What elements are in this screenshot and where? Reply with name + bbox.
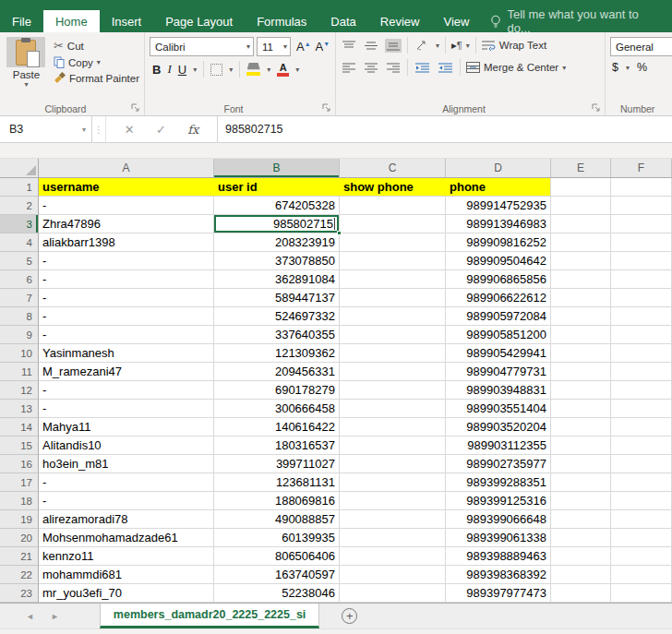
cell-F4[interactable]	[611, 233, 672, 252]
insert-function-button[interactable]: fx	[187, 123, 198, 137]
cell-D13[interactable]: 989903551404	[446, 400, 551, 418]
prev-sheet-button[interactable]: ◄	[26, 612, 34, 621]
font-size-combo[interactable]: 11 ▾	[257, 37, 291, 56]
cell-F23[interactable]	[611, 584, 672, 603]
cell-E13[interactable]	[551, 400, 611, 418]
column-header-A[interactable]: A	[39, 159, 214, 178]
cell-C10[interactable]	[340, 344, 446, 363]
accounting-dropdown-icon[interactable]: ▾	[626, 64, 630, 72]
column-header-E[interactable]: E	[551, 159, 611, 178]
font-color-dropdown-icon[interactable]: ▾	[295, 66, 299, 74]
orientation-dropdown-icon[interactable]: ▾	[436, 42, 439, 50]
cell-C22[interactable]	[340, 566, 446, 584]
row-header-14[interactable]: 14	[0, 418, 39, 437]
tell-me-box[interactable]: Tell me what you want to do...	[481, 10, 672, 32]
cell-B16[interactable]: 399711027	[214, 455, 340, 473]
cell-B10[interactable]: 121309362	[214, 344, 340, 363]
cell-E10[interactable]	[551, 344, 611, 363]
row-header-7[interactable]: 7	[0, 289, 39, 307]
column-header-B[interactable]: B	[214, 159, 340, 178]
cell-E2[interactable]	[551, 197, 611, 215]
cell-D18[interactable]: 989399125316	[446, 492, 551, 510]
cell-B7[interactable]: 589447137	[214, 289, 340, 307]
cell-F6[interactable]	[611, 270, 672, 289]
cell-A7[interactable]: -	[39, 289, 214, 307]
cell-B14[interactable]: 140616422	[214, 418, 340, 437]
paste-button[interactable]: Paste ▾	[5, 37, 48, 101]
cell-C9[interactable]	[340, 326, 446, 344]
cell-D20[interactable]: 989399061338	[446, 529, 551, 547]
cell-E8[interactable]	[551, 307, 611, 326]
formula-input[interactable]: 985802715	[218, 116, 672, 142]
row-header-15[interactable]: 15	[0, 437, 39, 455]
font-name-combo[interactable]: Calibri ▾	[150, 37, 254, 56]
cell-B9[interactable]: 337640355	[214, 326, 340, 344]
row-header-8[interactable]: 8	[0, 307, 39, 326]
cell-A2[interactable]: -	[39, 197, 214, 215]
row-header-2[interactable]: 2	[0, 197, 39, 215]
increase-indent-button[interactable]	[437, 61, 454, 75]
cell-A5[interactable]: -	[39, 252, 214, 270]
cell-C19[interactable]	[340, 510, 446, 529]
cell-E18[interactable]	[551, 492, 611, 510]
cell-C18[interactable]	[340, 492, 446, 510]
copy-dropdown-icon[interactable]: ▾	[97, 58, 101, 66]
cell-F21[interactable]	[611, 547, 672, 566]
cell-E3[interactable]	[551, 215, 611, 233]
italic-button[interactable]: I	[167, 62, 171, 77]
cell-F7[interactable]	[611, 289, 672, 307]
cell-B8[interactable]: 524697332	[214, 307, 340, 326]
cell-B17[interactable]: 123681131	[214, 473, 340, 492]
cell-A15[interactable]: Alitandis10	[39, 437, 214, 455]
cell-F13[interactable]	[611, 400, 672, 418]
cell-A8[interactable]: -	[39, 307, 214, 326]
row-header-10[interactable]: 10	[0, 344, 39, 363]
align-left-button[interactable]	[341, 61, 357, 75]
number-format-combo[interactable]: General	[610, 37, 672, 56]
cell-B19[interactable]: 490088857	[214, 510, 340, 529]
align-center-button[interactable]	[363, 61, 379, 75]
column-header-D[interactable]: D	[446, 159, 551, 178]
row-header-21[interactable]: 21	[0, 547, 39, 566]
underline-button[interactable]: U	[178, 63, 186, 77]
cell-D21[interactable]: 989398889463	[446, 547, 551, 566]
cell-E14[interactable]	[551, 418, 611, 437]
cell-A18[interactable]: -	[39, 492, 214, 510]
cell-B15[interactable]: 180316537	[214, 437, 340, 455]
borders-button[interactable]	[210, 64, 222, 76]
tab-review[interactable]: Review	[368, 10, 432, 32]
new-sheet-button[interactable]: +	[342, 604, 357, 628]
cell-B11[interactable]: 209456331	[214, 363, 340, 381]
row-header-18[interactable]: 18	[0, 492, 39, 510]
cell-D19[interactable]: 989399066648	[446, 510, 551, 529]
clipboard-dialog-launcher[interactable]	[131, 103, 140, 113]
row-header-20[interactable]: 20	[0, 529, 39, 547]
orientation-button[interactable]	[414, 38, 430, 53]
column-header-C[interactable]: C	[340, 159, 446, 178]
cell-E7[interactable]	[551, 289, 611, 307]
row-header-4[interactable]: 4	[0, 233, 39, 252]
cell-D12[interactable]: 989903948831	[446, 381, 551, 400]
cell-D23[interactable]: 989397977473	[446, 584, 551, 603]
cell-C20[interactable]	[340, 529, 446, 547]
fill-color-button[interactable]	[246, 63, 260, 76]
tab-page-layout[interactable]: Page Layout	[153, 10, 245, 32]
cell-F15[interactable]	[611, 437, 672, 455]
cell-F3[interactable]	[611, 215, 672, 233]
top-align-button[interactable]	[341, 39, 357, 53]
cell-D14[interactable]: 989903520204	[446, 418, 551, 437]
cell-A10[interactable]: Yasinmanesh	[39, 344, 214, 363]
cell-E20[interactable]	[551, 529, 611, 547]
font-dialog-launcher[interactable]	[322, 103, 331, 113]
tab-file[interactable]: File	[0, 10, 43, 32]
cell-A16[interactable]: ho3ein_m81	[39, 455, 214, 473]
cell-A14[interactable]: Mahya11	[39, 418, 214, 437]
row-header-1[interactable]: 1	[0, 178, 39, 197]
cell-E12[interactable]	[551, 381, 611, 400]
cell-F9[interactable]	[611, 326, 672, 344]
cell-A22[interactable]: mohammdi681	[39, 566, 214, 584]
cell-C4[interactable]	[340, 233, 446, 252]
cell-C15[interactable]	[340, 437, 446, 455]
cell-E15[interactable]	[551, 437, 611, 455]
tab-formulas[interactable]: Formulas	[245, 10, 318, 32]
